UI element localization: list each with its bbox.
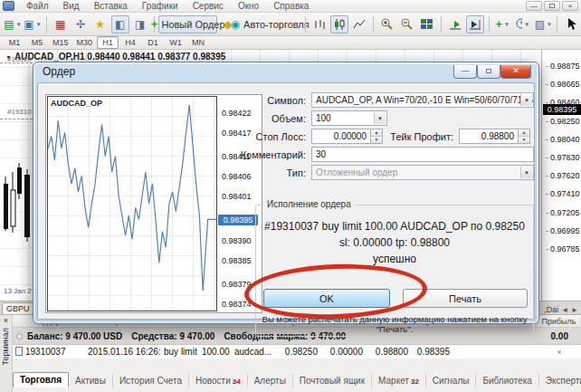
close-button[interactable]: × [562, 1, 578, 11]
dialog-minimize-button[interactable]: — [453, 65, 477, 79]
spin-up-icon[interactable]: ▲ [371, 129, 382, 137]
price-scale-label: 0.98040 [546, 135, 580, 144]
auto-scroll-button[interactable] [446, 15, 464, 33]
menu-file[interactable]: Файл [19, 1, 56, 11]
menu-view[interactable]: Вид [56, 1, 87, 11]
execution-line-1: #19310037 buy limit 100.00 AUDCAD_OP по … [256, 220, 533, 233]
market-watch-button[interactable]: ▦ [52, 15, 70, 33]
timeframe-mn[interactable]: MN [187, 36, 209, 49]
timeframe-m15[interactable]: M15 [49, 36, 72, 49]
indicators-button[interactable]: +▼ [493, 15, 511, 33]
spin-down-icon[interactable]: ▼ [371, 137, 382, 143]
terminal-button[interactable]: ◧ [111, 15, 129, 33]
restore-button[interactable] [544, 1, 560, 11]
app-icon [3, 1, 14, 11]
dialog-maximize-button[interactable] [477, 65, 500, 79]
chevron-down-icon[interactable]: ▼ [520, 94, 532, 106]
autotrading-button[interactable]: ◉ Авто-торговля [239, 15, 300, 33]
new-chart-button[interactable]: ▤▼ [4, 15, 22, 33]
data-window-button[interactable]: ✣ [71, 15, 90, 33]
order-delete-icon[interactable]: × [538, 348, 581, 357]
navigator-button[interactable]: ★ [91, 15, 110, 33]
timeframe-m1[interactable]: M1 [4, 36, 25, 49]
candlestick-chart-button[interactable] [330, 15, 348, 33]
price-scale-label: 0.98875 [546, 62, 580, 71]
menu-insert[interactable]: Вставка [87, 1, 135, 11]
zoom-in-button[interactable] [378, 15, 396, 33]
minimize-button[interactable]: — [526, 1, 542, 11]
tab-scroll-right-icon[interactable]: ► [571, 306, 578, 314]
ok-button[interactable]: OK [263, 289, 390, 308]
profit-total: 0.00 [551, 331, 568, 341]
toolbar-separator [305, 16, 306, 33]
tab-experts[interactable]: Эксперты [539, 374, 581, 387]
chart-window-tab-partial[interactable]: ,Dai [544, 305, 558, 314]
tick-scale-label: 0.98401 [222, 192, 252, 201]
tab-market[interactable]: Маркет32 [372, 374, 426, 387]
menu-tools[interactable]: Сервис [186, 1, 231, 11]
line-chart-button[interactable] [350, 15, 368, 33]
symbol-select[interactable]: AUDCAD_OP, A Win=70/20,-10 E Win=50/60/7… [311, 92, 534, 108]
maximize-icon [486, 69, 491, 73]
tab-mailbox[interactable]: Почтовый ящик [293, 374, 372, 387]
spin-up-icon[interactable]: ▲ [519, 129, 529, 137]
comment-input[interactable] [311, 147, 534, 162]
timeframe-m5[interactable]: M5 [26, 36, 48, 49]
tick-scale-label: 0.98390 [222, 236, 252, 245]
volume-select[interactable]: 100▼ [311, 110, 387, 126]
take-profit-stepper[interactable]: ▲▼ [519, 129, 530, 144]
new-order-button[interactable]: + Новый Ордер [158, 15, 217, 33]
terminal-close-icon[interactable]: × [0, 316, 12, 325]
bar-chart-button[interactable] [310, 15, 329, 33]
sl-tp-row: Стоп Лосс: ▲▼ Тейк Профит: ▲▼ [230, 129, 534, 144]
chevron-down-icon: ▼ [36, 22, 42, 27]
type-label: Тип: [230, 167, 311, 178]
menu-charts[interactable]: Графики [135, 1, 186, 11]
zoom-out-button[interactable] [398, 15, 416, 33]
tab-library[interactable]: Библиотека [476, 374, 538, 387]
cursor-arrow-icon [567, 18, 576, 30]
chart-shift-button[interactable] [466, 15, 484, 33]
price-scale[interactable]: 0.98395 0.988750.986650.984600.982500.98… [541, 50, 581, 301]
tick-scale-label: 0.98374 [222, 300, 252, 309]
timeframe-h1[interactable]: H1 [97, 36, 119, 49]
chevron-down-icon: ▼ [16, 22, 22, 27]
profiles-button[interactable]: ▣▼ [24, 15, 42, 33]
spin-down-icon[interactable]: ▼ [519, 137, 529, 143]
take-profit-input[interactable] [459, 129, 519, 144]
tab-signals[interactable]: Сигналы [426, 374, 477, 387]
dialog-titlebar[interactable]: Ордер — ✕ [33, 62, 538, 81]
column-profit[interactable]: Прибыль [538, 317, 581, 326]
tab-trade[interactable]: Торговля [13, 372, 69, 387]
tab-exposure[interactable]: Активы [69, 374, 113, 387]
stop-loss-stepper[interactable]: ▲▼ [371, 129, 383, 144]
menu-help[interactable]: Справка [266, 1, 316, 11]
timeframe-h4[interactable]: H4 [119, 36, 141, 49]
tile-windows-icon [421, 19, 433, 30]
chevron-down-icon[interactable]: ▼ [374, 112, 386, 124]
chart-window-tab[interactable]: GBPU [2, 302, 36, 314]
templates-button[interactable]: ▨▼ [534, 15, 552, 33]
periods-button[interactable]: ▼ [513, 15, 532, 33]
dialog-close-button[interactable]: ✕ [500, 65, 531, 79]
timeframe-w1[interactable]: W1 [165, 36, 186, 49]
tile-windows-button[interactable] [418, 15, 436, 33]
balance-icon [16, 333, 23, 339]
stop-loss-input[interactable] [311, 129, 371, 144]
price-scale-label: 0.97205 [546, 208, 580, 217]
timeframe-m30[interactable]: M30 [73, 36, 97, 49]
tab-news[interactable]: Новости34 [189, 374, 248, 387]
strategy-tester-button[interactable]: ◨ [131, 15, 149, 33]
print-button[interactable]: Печать [403, 289, 528, 308]
tab-alerts[interactable]: Алерты [248, 374, 293, 387]
bar-chart-icon [313, 19, 326, 30]
order-table-row[interactable]: 19310037 2015.01.16 16:26:17 buy limit 1… [13, 345, 581, 359]
menu-window[interactable]: Окно [231, 1, 266, 11]
tab-scroll-left-icon[interactable]: ◄ [561, 306, 568, 314]
order-tp-cell: 0.98800 [366, 347, 411, 357]
type-row: Тип: Отложенный ордер▼ [230, 165, 534, 180]
timeframe-d1[interactable]: D1 [142, 36, 164, 49]
toolbar-separator [557, 16, 557, 33]
cursor-button[interactable] [562, 15, 580, 33]
tab-account-history[interactable]: История Счета [113, 374, 189, 387]
